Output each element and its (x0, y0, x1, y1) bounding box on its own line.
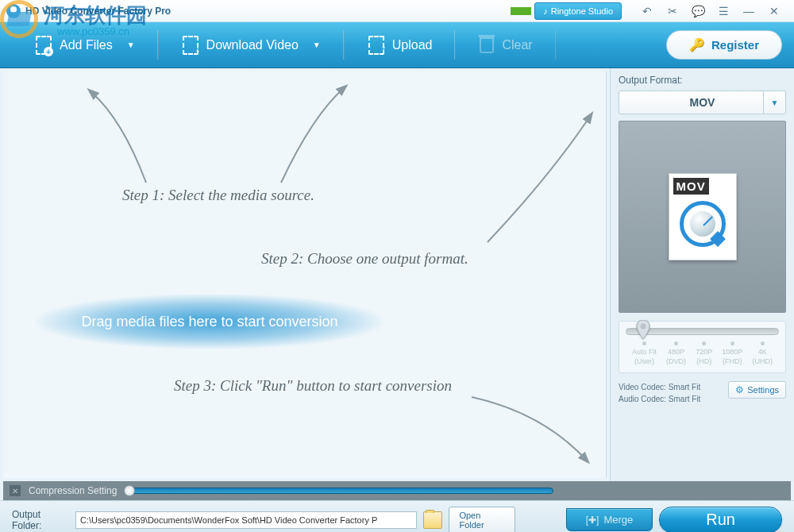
chevron-down-icon: ▼ (127, 40, 135, 49)
open-folder-button[interactable]: Open Folder (449, 507, 515, 533)
output-folder-label: Output Folder: (12, 509, 69, 531)
message-icon[interactable]: 💬 (692, 6, 703, 17)
merge-icon: [✚] (586, 515, 599, 526)
add-file-icon (36, 36, 52, 55)
output-format-label: Output Format: (619, 75, 786, 86)
slider-thumb-icon[interactable] (636, 320, 650, 339)
svg-point-0 (641, 324, 646, 330)
new-badge-icon (511, 7, 531, 15)
compression-slider[interactable] (125, 488, 553, 494)
format-preview: MOV (619, 121, 786, 313)
compression-close-icon[interactable]: ✕ (10, 485, 21, 496)
sidebar: Output Format: MOV ▼ MOV Auto Fit(User) … (610, 68, 794, 481)
quality-720p[interactable]: 720P(HD) (696, 341, 712, 366)
hint-step1: Step 1: Select the media source. (122, 187, 314, 204)
hint-step3: Step 3: Click "Run" button to start conv… (174, 377, 452, 395)
mov-format-icon: MOV (669, 173, 737, 260)
close-icon[interactable]: ✕ (769, 6, 780, 17)
quality-4k[interactable]: 4K(UHD) (752, 341, 773, 366)
download-video-button[interactable]: Download Video ▼ (159, 22, 345, 67)
gear-icon: ⚙ (735, 384, 744, 395)
chevron-down-icon: ▼ (763, 91, 785, 114)
add-files-button[interactable]: Add Files ▼ (12, 22, 159, 67)
upload-button[interactable]: Upload (345, 22, 457, 67)
minimize-icon[interactable]: — (743, 6, 754, 17)
register-button[interactable]: 🔑 Register (666, 30, 782, 60)
output-folder-input[interactable] (75, 511, 417, 529)
quality-options: Auto Fit(User) 480P(DVD) 720P(HD) 1080P(… (626, 341, 779, 366)
quality-panel: Auto Fit(User) 480P(DVD) 720P(HD) 1080P(… (619, 321, 786, 373)
compression-bar: ✕ Compression Setting (3, 481, 791, 500)
merge-button[interactable]: [✚] Merge (566, 508, 653, 531)
download-icon (183, 36, 198, 55)
browse-folder-button[interactable] (423, 511, 443, 529)
bottom-bar: Output Folder: Open Folder [✚] Merge Run (0, 500, 794, 532)
output-format-select[interactable]: MOV ▼ (619, 91, 786, 114)
hint-step2: Step 2: Choose one output format. (261, 250, 468, 268)
settings-button[interactable]: ⚙ Settings (728, 381, 786, 399)
undo-icon[interactable]: ↶ (642, 6, 653, 17)
drag-hint: Drag media files here to start conversio… (35, 294, 384, 349)
quality-480p[interactable]: 480P(DVD) (666, 341, 686, 366)
main-toolbar: Add Files ▼ Download Video ▼ Upload Clea… (0, 22, 794, 68)
screenshot-icon[interactable]: ✂ (667, 6, 678, 17)
codec-info: Video Codec: Smart Fit Audio Codec: Smar… (619, 381, 700, 405)
clear-button[interactable]: Clear (456, 22, 556, 67)
app-title: HD Video Converter Factory Pro (25, 6, 171, 17)
run-button[interactable]: Run (659, 507, 782, 532)
chevron-down-icon: ▼ (313, 40, 321, 49)
title-bar: HD Video Converter Factory Pro ♪ Rington… (0, 0, 794, 22)
compression-label: Compression Setting (29, 485, 117, 496)
music-note-icon: ♪ (543, 6, 548, 16)
menu-icon[interactable]: ☰ (718, 6, 729, 17)
quality-autofit[interactable]: Auto Fit(User) (632, 341, 657, 366)
upload-icon (368, 36, 384, 55)
quality-1080p[interactable]: 1080P(FHD) (722, 341, 742, 366)
key-icon: 🔑 (689, 37, 705, 52)
trash-icon (480, 37, 494, 53)
ringtone-studio-button[interactable]: ♪ Ringtone Studio (534, 2, 622, 20)
quality-slider[interactable] (626, 328, 779, 335)
app-icon (6, 4, 21, 18)
drop-area[interactable]: Step 1: Select the media source. Step 2:… (3, 71, 607, 478)
slider-thumb-icon[interactable] (124, 485, 135, 496)
